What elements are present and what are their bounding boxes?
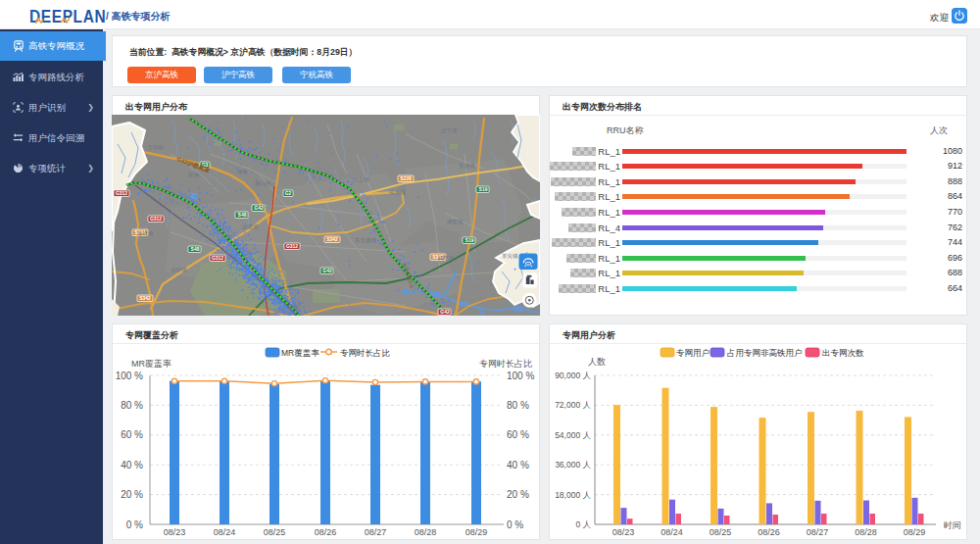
svg-text:S19: S19 [479,186,488,192]
svg-text:福北镇: 福北镇 [389,189,406,196]
svg-text:60 %: 60 % [121,429,143,440]
svg-text:20 %: 20 % [121,489,143,500]
svg-text:20 %: 20 % [507,489,529,500]
svg-text:08/29: 08/29 [466,527,488,537]
svg-text:72,000 人: 72,000 人 [555,400,591,410]
svg-text:专网用户: 专网用户 [676,348,710,358]
svg-text:G312: G312 [286,243,298,249]
svg-text:G42: G42 [440,309,450,315]
svg-text:40 %: 40 % [121,460,143,470]
svg-text:运塘港: 运塘港 [242,223,259,230]
svg-text:时间: 时间 [944,520,961,530]
svg-text:08/25: 08/25 [264,527,286,537]
svg-text:专网时长占比: 专网时长占比 [479,359,532,369]
svg-text:G42: G42 [322,268,332,273]
svg-text:60 %: 60 % [507,429,529,440]
svg-text:08/29: 08/29 [904,527,926,537]
svg-text:占用专网非高铁用户: 占用专网非高铁用户 [727,348,803,358]
svg-text:08/27: 08/27 [365,527,387,537]
svg-text:东北塘镇: 东北塘镇 [354,237,377,244]
svg-text:沙子港: 沙子港 [441,127,458,134]
svg-text:80 %: 80 % [507,400,529,411]
svg-text:0 人: 0 人 [575,519,591,529]
svg-text:80 %: 80 % [121,400,143,411]
svg-text:S19: S19 [466,237,474,243]
svg-text:08/28: 08/28 [855,527,877,537]
svg-text:0 %: 0 % [507,519,523,530]
svg-text:G312: G312 [150,216,162,222]
svg-text:鍻下港: 鍻下港 [438,255,455,262]
svg-text:08/25: 08/25 [710,527,732,537]
svg-text:羊尖镇: 羊尖镇 [502,253,518,259]
svg-text:惠山区: 惠山区 [254,180,271,186]
svg-text:MR覆盖率: MR覆盖率 [281,348,319,358]
svg-text:东港镇: 东港镇 [458,163,475,170]
svg-text:专网时长占比: 专网时长占比 [340,348,391,358]
svg-text:08/23: 08/23 [164,527,186,537]
svg-text:S48: S48 [238,212,247,218]
svg-text:前洲: 前洲 [188,172,199,178]
svg-text:08/26: 08/26 [758,527,780,537]
svg-text:18,000 人: 18,000 人 [555,490,591,500]
svg-text:G312: G312 [116,190,127,196]
svg-text:08/27: 08/27 [807,527,829,537]
svg-text:MR覆盖率: MR覆盖率 [131,359,172,369]
svg-text:G312: G312 [212,255,223,261]
svg-text:90,000 人: 90,000 人 [555,371,591,380]
svg-text:08/24: 08/24 [214,527,236,537]
svg-text:S48: S48 [191,246,200,252]
svg-text:S342: S342 [139,295,151,301]
svg-text:八士镇: 八士镇 [353,176,369,183]
svg-text:08/24: 08/24 [661,527,683,537]
svg-text:54,000 人: 54,000 人 [555,430,591,440]
svg-text:S342: S342 [326,236,338,242]
svg-text:S228: S228 [400,175,412,181]
svg-text:08/23: 08/23 [612,527,635,537]
svg-text:佳珍镇: 佳珍镇 [171,267,187,272]
svg-text:G2: G2 [285,190,292,196]
svg-text:南泉: 南泉 [288,304,300,310]
svg-text:0 %: 0 % [126,519,143,530]
svg-text:08/26: 08/26 [315,527,337,537]
svg-text:G42: G42 [254,205,264,211]
svg-text:洛社镇: 洛社镇 [137,230,154,237]
svg-text:08/28: 08/28 [415,527,437,537]
svg-text:100 %: 100 % [507,371,534,381]
svg-text:堰桥: 堰桥 [237,169,249,174]
svg-text:36,000 人: 36,000 人 [555,460,591,470]
svg-text:出专网次数: 出专网次数 [822,348,864,358]
svg-text:潘墅港: 潘墅港 [447,219,464,225]
svg-text:人数: 人数 [588,357,606,367]
svg-text:玉祁镇: 玉祁镇 [147,144,164,150]
svg-text:40 %: 40 % [507,460,529,470]
svg-text:100 %: 100 % [116,371,143,381]
